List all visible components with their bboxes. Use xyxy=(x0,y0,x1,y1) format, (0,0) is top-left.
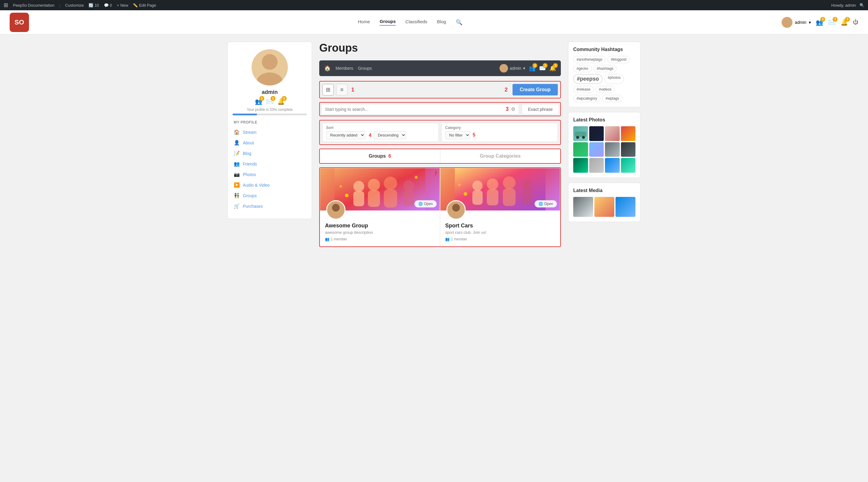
photo-forest[interactable] xyxy=(573,158,588,173)
globe-icon: 🌐 xyxy=(418,202,423,206)
photo-car[interactable] xyxy=(573,126,588,141)
group-cards-container: 7 🌐 Open Awesome Group awesome group des… xyxy=(319,167,561,247)
purchases-icon: 🛒 xyxy=(234,203,240,209)
sidebar-item-about[interactable]: 👤 About xyxy=(232,137,307,148)
edit-page-link[interactable]: ✏️ Edit Page xyxy=(133,3,156,7)
updates-link[interactable]: 🔄 10 xyxy=(89,3,99,7)
photo-storm[interactable] xyxy=(621,142,636,157)
wp-logo-icon[interactable]: ⊞ xyxy=(4,2,8,8)
media-thumb-3[interactable] xyxy=(616,197,636,217)
comments-link[interactable]: 💬 0 xyxy=(104,3,112,7)
sidebar-item-groups[interactable]: 👫 Groups xyxy=(232,190,307,201)
hashtags-list: #anotherwptags #blogpost #gecko #hashtag… xyxy=(573,56,636,102)
sidebar-item-blog[interactable]: 📝 Blog xyxy=(232,148,307,159)
sidebar-friends-icon[interactable]: 👥 3 xyxy=(255,98,262,105)
sec-nav-messages-icon[interactable]: ✉️ 3 xyxy=(539,65,546,71)
sort-order-select[interactable]: Descending xyxy=(374,131,406,139)
messages-icon-btn[interactable]: ✉️ 3 xyxy=(828,19,836,26)
tab-groups[interactable]: Groups 6 xyxy=(320,149,440,163)
hashtag-hashtags[interactable]: #hashtags xyxy=(593,65,617,72)
hashtag-release[interactable]: #release xyxy=(573,86,594,93)
sidebar-item-purchases[interactable]: 🛒 Purchases xyxy=(232,201,307,212)
sec-nav-home-icon[interactable]: 🏠 xyxy=(324,65,331,71)
sec-nav-groups[interactable]: Groups xyxy=(358,66,372,71)
my-profile-label: MY PROFILE xyxy=(232,120,307,124)
page-layout: admin 👥 3 ✉️ 3 🔔 3 Your profile is 33% c… xyxy=(223,34,645,254)
new-link[interactable]: + New xyxy=(117,3,128,7)
search-input[interactable] xyxy=(325,107,503,112)
tab-group-categories[interactable]: Group Categories xyxy=(440,149,561,163)
photo-bird[interactable] xyxy=(589,158,604,173)
list-view-btn[interactable]: ≡ xyxy=(336,84,348,95)
sidebar-item-stream[interactable]: 🏠 Stream xyxy=(232,127,307,137)
photo-island[interactable] xyxy=(621,158,636,173)
annotation-2: 2 xyxy=(505,87,508,93)
svg-point-11 xyxy=(384,177,397,190)
site-logo[interactable]: SO xyxy=(10,13,29,32)
header-user[interactable]: admin ▾ xyxy=(782,17,811,28)
nav-blog[interactable]: Blog xyxy=(437,19,446,25)
search-gear-icon[interactable]: ⚙ xyxy=(511,106,515,112)
group-name-awesome[interactable]: Awesome Group xyxy=(325,223,435,229)
hashtag-wptags[interactable]: #wptags xyxy=(602,95,622,102)
sort-select[interactable]: Recently added xyxy=(326,131,365,139)
media-thumb-1[interactable] xyxy=(573,197,593,217)
hashtag-videos[interactable]: #videos xyxy=(596,86,615,93)
nav-home[interactable]: Home xyxy=(358,19,370,25)
power-icon-btn[interactable]: ⏻ xyxy=(853,19,858,25)
create-group-button[interactable]: Create Group xyxy=(513,84,558,95)
groups-menu-icon: 👫 xyxy=(234,193,240,198)
sec-nav-friends-icon[interactable]: 👥 3 xyxy=(529,65,535,71)
sidebar-stream-label: Stream xyxy=(243,130,256,135)
sidebar-friends-label: Friends xyxy=(243,162,257,166)
nav-groups[interactable]: Groups xyxy=(380,19,396,26)
site-name-link[interactable]: PeepSo Documentation xyxy=(13,3,54,7)
svg-point-16 xyxy=(339,185,342,188)
media-thumb-2[interactable] xyxy=(594,197,614,217)
admin-bar-search-icon[interactable]: 🔍 xyxy=(860,3,864,7)
hashtag-blogpost[interactable]: #blogpost xyxy=(607,56,630,63)
photo-woman[interactable] xyxy=(605,126,620,141)
sidebar-item-friends[interactable]: 👥 Friends xyxy=(232,159,307,169)
photo-laptop[interactable] xyxy=(605,142,620,157)
photo-nature[interactable] xyxy=(573,142,588,157)
header-search-icon[interactable]: 🔍 xyxy=(456,19,462,26)
sidebar-item-audio-video[interactable]: ▶️ Audio & Video xyxy=(232,180,307,190)
hashtag-peepso[interactable]: #peepso xyxy=(573,74,602,84)
photo-dark-car[interactable] xyxy=(589,126,604,141)
sidebar-messages-icon[interactable]: ✉️ 3 xyxy=(266,98,274,105)
nav-classifieds[interactable]: Classifieds xyxy=(405,19,427,25)
photo-ocean[interactable] xyxy=(605,158,620,173)
sidebar-groups-label: Groups xyxy=(243,193,257,198)
svg-point-0 xyxy=(785,19,789,23)
svg-rect-10 xyxy=(368,190,380,207)
sec-nav-members[interactable]: Members xyxy=(336,66,353,71)
sec-nav-avatar xyxy=(499,64,508,72)
grid-view-btn[interactable]: ⊞ xyxy=(322,84,334,95)
sec-nav-notifications-icon[interactable]: 🔔 3 xyxy=(549,65,556,71)
search-input-wrap: 3 ⚙ xyxy=(321,104,519,115)
hashtag-wpcategory[interactable]: #wpcategory xyxy=(573,95,600,102)
friends-icon-btn[interactable]: 👥 3 xyxy=(816,19,823,26)
profile-card: admin 👥 3 ✉️ 3 🔔 3 Your profile is 33% c… xyxy=(227,42,312,219)
group-avatar-awesome xyxy=(326,200,345,220)
sidebar-item-photos[interactable]: 📷 Photos xyxy=(232,169,307,180)
group-desc-sportcars: sport cars club. Join us! xyxy=(445,230,555,235)
category-select[interactable]: No filter xyxy=(445,131,470,139)
search-row: 3 ⚙ Exact phrase xyxy=(319,102,561,116)
sec-nav-user[interactable]: admin ▾ xyxy=(499,64,525,72)
group-name-sportcars[interactable]: Sport Cars xyxy=(445,223,555,229)
group-card-sportcars: 🌐 Open Sport Cars sport cars club. Join … xyxy=(440,168,560,247)
photo-girl[interactable] xyxy=(589,142,604,157)
hashtag-anotherwptags[interactable]: #anotherwptags xyxy=(573,56,606,63)
notifications-icon-btn[interactable]: 🔔 3 xyxy=(840,19,848,26)
customize-link[interactable]: Customize xyxy=(65,3,84,7)
photo-flowers[interactable] xyxy=(621,126,636,141)
svg-point-27 xyxy=(522,180,532,190)
svg-point-30 xyxy=(458,184,461,186)
sidebar-notifications-icon[interactable]: 🔔 3 xyxy=(277,98,285,105)
exact-phrase-button[interactable]: Exact phrase xyxy=(522,104,559,115)
hashtag-photos[interactable]: #photos xyxy=(604,74,624,84)
hashtag-gecko[interactable]: #gecko xyxy=(573,65,592,72)
sort-box: Sort Recently added 4 Descending xyxy=(322,123,439,142)
